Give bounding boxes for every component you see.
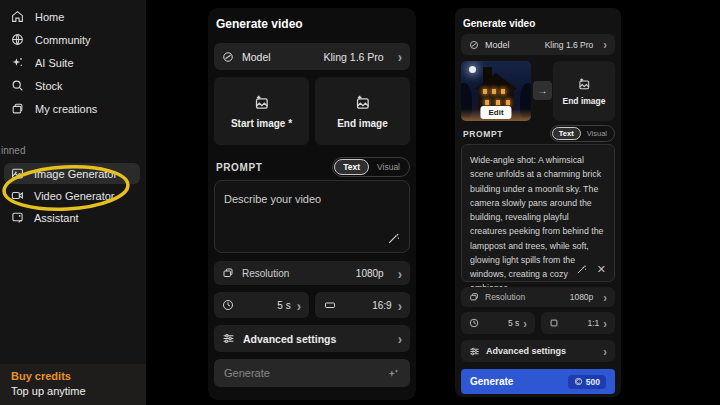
model-label: Model (485, 40, 510, 50)
window-light (485, 100, 489, 105)
sidebar-item-image-generator[interactable]: Image Generator (4, 163, 140, 184)
generate-button[interactable]: Generate 500 (461, 369, 615, 394)
model-value: Kling 1.6 Pro (324, 51, 384, 63)
resolution-label: Resolution (485, 292, 525, 302)
moon-decoration (469, 66, 476, 73)
prompt-textarea[interactable]: Describe your video (214, 180, 410, 253)
start-image-upload[interactable]: Start image * (214, 77, 309, 145)
model-value: Kling 1.6 Pro (545, 40, 594, 50)
chevron-right-icon: › (398, 266, 402, 281)
advanced-settings-row[interactable]: Advanced settings › (214, 325, 410, 352)
duration-value: 5 s (277, 300, 290, 311)
coin-icon (574, 377, 583, 386)
toggle-text-option[interactable]: Text (552, 127, 581, 140)
sidebar-item-home[interactable]: Home (0, 5, 146, 28)
enhance-wand-icon[interactable] (387, 232, 400, 245)
sidebar-item-label: Video Generator (34, 190, 115, 202)
prompt-section-label: PROMPT (463, 129, 503, 139)
chevron-right-icon: › (297, 298, 301, 313)
sidebar-item-label: Home (35, 11, 64, 23)
add-image-icon (577, 77, 591, 91)
resolution-label: Resolution (242, 268, 289, 279)
buy-credits-subtitle: Top up anytime (11, 385, 146, 397)
sparkles-icon (11, 56, 24, 69)
chevron-right-icon: › (398, 49, 402, 64)
generate-video-panel: Generate video Model Kling 1.6 Pro › Sta… (208, 8, 416, 400)
enhance-wand-icon[interactable] (576, 264, 587, 275)
generate-button-disabled[interactable]: Generate (214, 359, 410, 387)
add-image-icon (354, 94, 371, 111)
resolution-row[interactable]: Resolution 1080p › (461, 287, 615, 307)
sidebar-item-my-creations[interactable]: My creations (0, 97, 146, 120)
sidebar-item-community[interactable]: Community (0, 28, 146, 51)
model-icon (222, 51, 234, 63)
panel-title: Generate video (216, 17, 303, 31)
sliders-icon (469, 346, 480, 357)
start-image-thumbnail[interactable]: Edit (461, 61, 531, 121)
add-image-icon (253, 94, 270, 111)
end-image-upload[interactable]: End image (315, 77, 410, 145)
clock-icon (222, 299, 234, 311)
credits-value: 500 (586, 377, 600, 387)
sidebar-item-label: AI Suite (35, 57, 74, 69)
window-light (492, 89, 496, 94)
prompt-mode-toggle: Text Visual (332, 157, 410, 177)
app-window: Home Community AI Suite Stock (0, 0, 720, 405)
aspect-ratio-row[interactable]: 16:9 › (315, 292, 410, 318)
model-selector-row[interactable]: Model Kling 1.6 Pro › (461, 34, 615, 55)
end-image-label: End image (337, 118, 388, 129)
chevron-right-icon: › (603, 317, 607, 330)
resolution-row[interactable]: Resolution 1080p › (214, 261, 410, 285)
toggle-visual-option[interactable]: Visual (369, 160, 408, 174)
clock-icon (469, 318, 479, 328)
sidebar-item-label: My creations (35, 103, 97, 115)
prompt-textarea[interactable]: Wide-angle shot: A whimsical scene unfol… (461, 144, 615, 282)
window-light (483, 89, 487, 94)
sidebar-item-video-generator[interactable]: Video Generator (4, 185, 140, 206)
end-image-upload[interactable]: End image (553, 61, 615, 121)
edit-image-button[interactable]: Edit (480, 106, 511, 119)
sidebar-item-label: Assistant (34, 212, 79, 224)
chevron-right-icon: › (398, 331, 402, 346)
sidebar: Home Community AI Suite Stock (0, 0, 146, 405)
pinned-section-label: inned (0, 145, 146, 156)
assistant-icon (11, 211, 24, 224)
buy-credits-title[interactable]: Buy credits (11, 370, 146, 382)
sidebar-item-ai-suite[interactable]: AI Suite (0, 51, 146, 74)
chevron-right-icon: › (603, 38, 607, 51)
advanced-settings-label: Advanced settings (486, 346, 566, 356)
window-light (506, 100, 510, 105)
sliders-icon (222, 332, 235, 345)
chevron-right-icon: › (603, 345, 607, 358)
start-image-label: Start image * (231, 118, 292, 129)
globe-icon (11, 33, 24, 46)
aspect-ratio-value: 16:9 (372, 300, 391, 311)
aspect-ratio-row[interactable]: 1:1 › (541, 312, 615, 334)
model-selector-row[interactable]: Model Kling 1.6 Pro › (214, 43, 410, 70)
video-camera-icon (11, 189, 24, 202)
sidebar-item-label: Image Generator (34, 168, 117, 180)
duration-row[interactable]: 5 s › (461, 312, 535, 334)
folder-stack-icon (11, 102, 24, 115)
model-icon (469, 40, 479, 50)
toggle-visual-option[interactable]: Visual (581, 128, 613, 139)
duration-row[interactable]: 5 s › (214, 292, 309, 318)
duration-value: 5 s (508, 318, 519, 328)
sidebar-item-stock[interactable]: Stock (0, 74, 146, 97)
buy-credits-card[interactable]: Buy credits Top up anytime (0, 364, 146, 405)
advanced-settings-row[interactable]: Advanced settings › (461, 340, 615, 362)
toggle-text-option[interactable]: Text (334, 159, 369, 175)
generate-video-panel-filled: Generate video Model Kling 1.6 Pro › Edi… (455, 8, 621, 397)
clear-prompt-icon[interactable]: ✕ (597, 264, 606, 275)
chevron-right-icon: › (398, 298, 402, 313)
sidebar-item-assistant[interactable]: Assistant (4, 207, 140, 228)
chevron-right-icon: › (603, 291, 607, 304)
home-icon (11, 10, 24, 23)
window-light (501, 89, 505, 94)
generate-label: Generate (470, 376, 513, 387)
window-light (496, 100, 500, 105)
panel-title: Generate video (463, 18, 535, 29)
resolution-value: 1080p (570, 292, 594, 302)
aspect-ratio-value: 1:1 (588, 318, 600, 328)
end-image-label: End image (563, 96, 606, 106)
